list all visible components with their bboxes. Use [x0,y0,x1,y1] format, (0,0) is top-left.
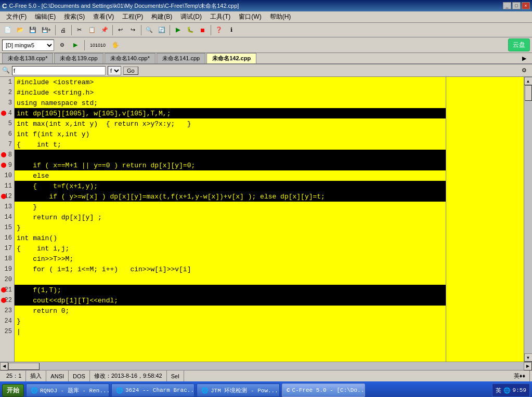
ime-status: 英♦♦ [510,370,530,381]
sep1 [55,25,56,35]
charm-label: 3624 -- Charm Brac... [125,387,194,393]
copy-button[interactable]: 📋 [86,24,98,36]
hscroll-right[interactable]: ▶ [524,362,532,370]
go-button[interactable]: Go [123,67,138,75]
code-line-4: int dp[105][1005], w[105],v[105],T,M,; [15,108,446,118]
line-4: 4 [0,108,14,118]
line-12: 12 [0,191,14,202]
menu-debug[interactable]: 调试(D) [176,11,206,22]
line-22: 22 [0,295,14,306]
scroll-track [524,85,532,353]
save-button[interactable]: 💾 [27,24,38,36]
menu-tools[interactable]: 工具(T) [206,11,235,22]
time-display: 9:59 [513,387,526,393]
line-11: 11 [0,181,14,191]
close-button[interactable]: × [522,2,530,9]
tab-142[interactable]: 未命名142.cpp [206,53,256,63]
menu-help[interactable]: 帮助(H) [266,11,295,22]
jtm-label: JTM 环境检测 - Pow... [211,387,278,394]
search-button[interactable]: 🔍 [144,24,155,36]
redo-button[interactable]: ↪ [127,24,139,36]
filter-settings[interactable]: ⚙ [518,65,530,76]
filterbar: 🔍 f Go ⚙ [0,64,532,77]
sep3 [112,25,113,35]
filter-input[interactable] [12,66,106,75]
line-20: 20 [0,274,14,285]
tab-scroll-right[interactable]: ▶ [518,53,530,63]
debug-button[interactable]: 🐛 [185,24,196,36]
code-line-7: { int t; [15,139,446,150]
line-13: 13 [0,202,14,212]
undo-button[interactable]: ↩ [115,24,126,36]
taskbar: 开始 🌐 RQNOJ - 题库 - Ren... 🌐 3624 -- Charm… [0,381,532,397]
scroll-thumb[interactable] [525,85,532,101]
menu-build[interactable]: 构建(B) [147,11,176,22]
tab-138[interactable]: 未命名138.cpp* [2,53,53,63]
code-line-2: #include <string.h> [15,87,446,98]
line-21: 21 [0,285,14,295]
compile-config-button[interactable]: ⚙ [56,39,68,51]
line-10: 10 [0,170,14,181]
taskbar-item-cfree[interactable]: C C-Free 5.0 - [C:\Do... [282,383,365,397]
rqnoj-label: RQNOJ - 题库 - Ren... [40,387,109,394]
scroll-down-button[interactable]: ▼ [524,353,533,362]
ime-indicator[interactable]: 英 [496,387,501,394]
menubar: 文件(F) 编辑(E) 搜索(S) 查看(V) 工程(P) 构建(B) 调试(D… [0,11,532,23]
titlebar: C C-Free 5.0 - [C:\Documents and Setting… [0,0,532,11]
menu-edit[interactable]: 编辑(E) [31,11,60,22]
line-23: 23 [0,306,14,316]
code-line-17: { int i,j; [15,243,446,254]
maximize-button[interactable]: □ [512,2,521,9]
code-editor[interactable]: #include <iostream> #include <string.h> … [15,77,446,362]
code-line-21: f(1,T); [15,285,446,295]
compiler-select[interactable]: [D] mingw5 [2,39,54,51]
code-line-6: int f(int x,int y) [15,129,446,139]
rqnoj-icon: 🌐 [31,387,38,394]
line-19: 19 [0,264,14,274]
minimize-button[interactable]: _ [503,2,511,9]
replace-button[interactable]: 🔄 [156,24,167,36]
help-button[interactable]: ❓ [213,24,225,36]
tab-141[interactable]: 未命名141.cpp [157,53,205,63]
tab-139[interactable]: 未命名139.cpp [54,53,103,63]
vertical-scrollbar[interactable]: ▲ ▼ [524,77,532,362]
run-button[interactable]: ▶ [172,24,184,36]
tab-140[interactable]: 未命名140.cpp* [105,53,155,63]
cfree-label: C-Free 5.0 - [C:\Do... [292,387,365,393]
systray: 英 🌐 9:59 [492,383,530,397]
menu-window[interactable]: 窗口(W) [235,11,265,22]
taskbar-item-rqnoj[interactable]: 🌐 RQNOJ - 题库 - Ren... [26,383,109,397]
start-button[interactable]: 开始 [2,384,24,397]
open-button[interactable]: 📂 [15,24,26,36]
code-line-11: { t=f(x+1,y); [15,181,446,191]
filter-select[interactable]: f [108,66,121,75]
scroll-up-button[interactable]: ▲ [524,77,533,85]
horizontal-scrollbar[interactable]: ◀ ▶ [0,362,532,370]
hscroll-track [8,363,524,370]
save-all-button[interactable]: 💾+ [40,24,53,36]
sep2 [71,25,72,35]
cut-button[interactable]: ✂ [74,24,85,36]
hscroll-thumb[interactable] [8,363,40,370]
taskbar-item-jtm[interactable]: 🌐 JTM 环境检测 - Pow... [197,383,280,397]
stop-button[interactable]: ⏹ [197,24,209,36]
menu-project[interactable]: 工程(P) [118,11,147,22]
new-button[interactable]: 📄 [2,24,14,36]
modified-date: 修改：2013-8-16，9:58:42 [90,370,167,381]
taskbar-item-charm[interactable]: 🌐 3624 -- Charm Brac... [111,383,194,397]
toolbar1: 📄 📂 💾 💾+ 🖨 ✂ 📋 📌 ↩ ↪ 🔍 🔄 ▶ 🐛 ⏹ ❓ ℹ [0,23,532,37]
menu-search[interactable]: 搜索(S) [60,11,89,22]
line-ending: DOS [69,370,90,381]
extra-btn1[interactable]: 101010 [88,39,108,51]
info-button[interactable]: ℹ [226,24,237,36]
print-button[interactable]: 🖨 [58,24,69,36]
titlebar-left: C C-Free 5.0 - [C:\Documents and Setting… [2,2,239,10]
cloud-button[interactable]: 云盘 [508,38,530,51]
paste-button[interactable]: 📌 [99,24,110,36]
run-green-button[interactable]: ▶ [70,39,81,51]
line-25: 25 [0,326,14,337]
menu-view[interactable]: 查看(V) [89,11,118,22]
menu-file[interactable]: 文件(F) [2,11,31,22]
hscroll-left[interactable]: ◀ [0,362,8,370]
extra-btn2[interactable]: 🖐 [110,39,121,51]
